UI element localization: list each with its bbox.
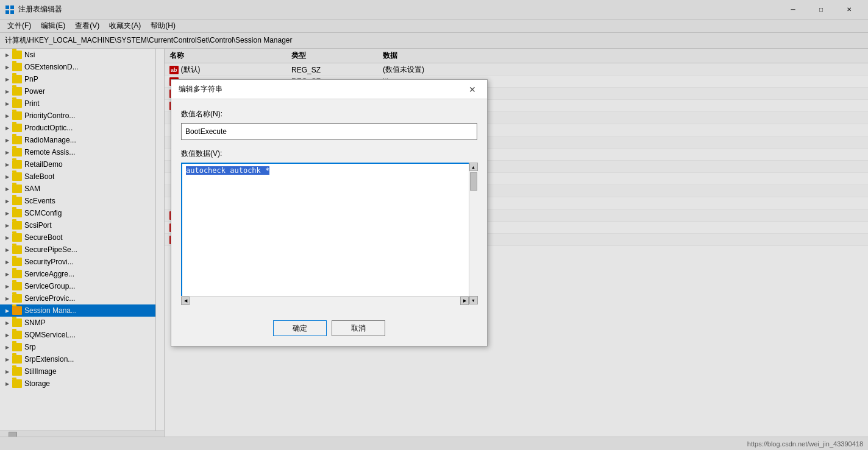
dialog-close-button[interactable]: ✕ — [465, 82, 480, 97]
ok-button[interactable]: 确定 — [273, 320, 327, 336]
dialog-title-bar: 编辑多字符串 ✕ — [171, 80, 487, 99]
dialog-title: 编辑多字符串 — [179, 84, 465, 94]
scroll-down-btn[interactable]: ▼ — [469, 296, 478, 304]
scroll-up-btn[interactable]: ▲ — [469, 163, 478, 171]
dialog-body: 数值名称(N): 数值数据(V): autocheck autochk * ▲ … — [171, 99, 487, 314]
scroll-left-btn[interactable]: ◀ — [181, 297, 190, 305]
edit-multistring-dialog: 编辑多字符串 ✕ 数值名称(N): 数值数据(V): autocheck aut… — [171, 79, 488, 346]
textarea-h-scrollbar[interactable]: ◀ ▶ — [181, 296, 469, 304]
textarea-scrollbar[interactable]: ▲ ▼ — [469, 163, 477, 304]
dialog-data-textarea[interactable]: autocheck autochk * — [181, 163, 477, 303]
dialog-footer: 确定 取消 — [171, 314, 487, 346]
cancel-button[interactable]: 取消 — [332, 320, 385, 336]
dialog-name-label: 数值名称(N): — [181, 109, 477, 119]
dialog-textarea-container: autocheck autochk * ▲ ▼ ◀ ▶ — [181, 163, 477, 304]
scroll-thumb[interactable] — [470, 172, 477, 191]
scroll-right-btn[interactable]: ▶ — [460, 297, 469, 305]
dialog-data-label: 数值数据(V): — [181, 149, 477, 159]
dialog-name-input[interactable] — [181, 123, 477, 140]
